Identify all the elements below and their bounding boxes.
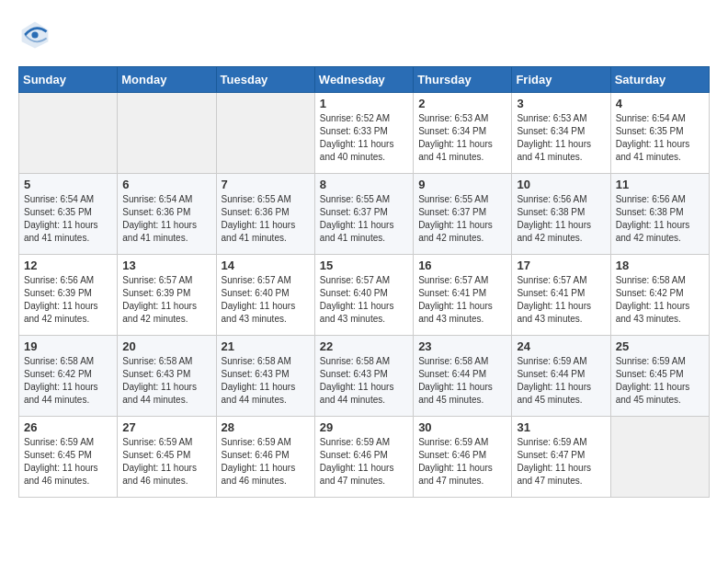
page-header [18,18,710,52]
day-number: 17 [517,259,605,272]
cell-info: Sunrise: 6:59 AM Sunset: 6:45 PM Dayligh… [24,436,112,488]
day-header-tuesday: Tuesday [216,67,314,93]
day-number: 6 [122,178,210,191]
cell-info: Sunrise: 6:54 AM Sunset: 6:35 PM Dayligh… [616,112,704,164]
calendar-cell: 19Sunrise: 6:58 AM Sunset: 6:42 PM Dayli… [19,336,118,417]
cell-info: Sunrise: 6:58 AM Sunset: 6:42 PM Dayligh… [24,355,112,407]
day-number: 9 [418,178,506,191]
cell-info: Sunrise: 6:56 AM Sunset: 6:39 PM Dayligh… [24,274,112,326]
day-number: 11 [616,178,704,191]
cell-info: Sunrise: 6:57 AM Sunset: 6:41 PM Dayligh… [517,274,605,326]
cell-info: Sunrise: 6:55 AM Sunset: 6:37 PM Dayligh… [320,193,408,245]
cell-info: Sunrise: 6:55 AM Sunset: 6:36 PM Dayligh… [222,193,310,245]
calendar-cell: 31Sunrise: 6:59 AM Sunset: 6:47 PM Dayli… [512,417,610,498]
calendar-week-row: 5Sunrise: 6:54 AM Sunset: 6:35 PM Daylig… [19,174,710,255]
day-number: 10 [517,178,605,191]
cell-info: Sunrise: 6:59 AM Sunset: 6:45 PM Dayligh… [616,355,704,407]
day-header-saturday: Saturday [610,67,709,93]
calendar-cell: 17Sunrise: 6:57 AM Sunset: 6:41 PM Dayli… [512,255,610,336]
day-header-friday: Friday [512,67,610,93]
day-number: 29 [320,420,408,434]
calendar-cell: 9Sunrise: 6:55 AM Sunset: 6:37 PM Daylig… [414,174,512,255]
calendar-week-row: 1Sunrise: 6:52 AM Sunset: 6:33 PM Daylig… [19,93,710,174]
logo-icon [18,18,51,52]
cell-info: Sunrise: 6:57 AM Sunset: 6:40 PM Dayligh… [320,274,408,326]
cell-info: Sunrise: 6:55 AM Sunset: 6:37 PM Dayligh… [418,193,506,245]
day-number: 16 [418,259,506,272]
calendar-cell: 26Sunrise: 6:59 AM Sunset: 6:45 PM Dayli… [19,417,118,498]
day-number: 24 [517,339,605,353]
calendar-cell: 21Sunrise: 6:58 AM Sunset: 6:43 PM Dayli… [216,336,314,417]
calendar-cell: 1Sunrise: 6:52 AM Sunset: 6:33 PM Daylig… [314,93,413,174]
calendar-cell [19,93,118,174]
cell-info: Sunrise: 6:54 AM Sunset: 6:36 PM Dayligh… [122,193,210,245]
day-number: 8 [320,178,408,191]
day-number: 22 [320,339,408,353]
cell-info: Sunrise: 6:58 AM Sunset: 6:43 PM Dayligh… [122,355,210,407]
day-number: 28 [222,420,310,434]
calendar-cell: 10Sunrise: 6:56 AM Sunset: 6:38 PM Dayli… [512,174,610,255]
calendar-cell: 18Sunrise: 6:58 AM Sunset: 6:42 PM Dayli… [610,255,709,336]
day-number: 1 [320,97,408,110]
cell-info: Sunrise: 6:58 AM Sunset: 6:44 PM Dayligh… [418,355,506,407]
day-number: 2 [418,97,506,110]
cell-info: Sunrise: 6:59 AM Sunset: 6:45 PM Dayligh… [122,436,210,488]
day-number: 30 [418,420,506,434]
cell-info: Sunrise: 6:56 AM Sunset: 6:38 PM Dayligh… [616,193,704,245]
day-number: 3 [517,97,605,110]
svg-point-1 [31,31,38,38]
cell-info: Sunrise: 6:59 AM Sunset: 6:44 PM Dayligh… [517,355,605,407]
calendar-cell: 7Sunrise: 6:55 AM Sunset: 6:36 PM Daylig… [216,174,314,255]
calendar-week-row: 19Sunrise: 6:58 AM Sunset: 6:42 PM Dayli… [19,336,710,417]
day-number: 13 [122,259,210,272]
day-number: 5 [24,178,112,191]
day-header-thursday: Thursday [414,67,512,93]
cell-info: Sunrise: 6:56 AM Sunset: 6:38 PM Dayligh… [517,193,605,245]
cell-info: Sunrise: 6:58 AM Sunset: 6:43 PM Dayligh… [222,355,310,407]
calendar-cell: 29Sunrise: 6:59 AM Sunset: 6:46 PM Dayli… [314,417,413,498]
calendar-table: SundayMondayTuesdayWednesdayThursdayFrid… [18,66,710,498]
calendar-cell: 2Sunrise: 6:53 AM Sunset: 6:34 PM Daylig… [414,93,512,174]
day-number: 18 [616,259,704,272]
day-number: 26 [24,420,112,434]
day-number: 4 [616,97,704,110]
day-number: 7 [222,178,310,191]
cell-info: Sunrise: 6:57 AM Sunset: 6:41 PM Dayligh… [418,274,506,326]
day-number: 19 [24,339,112,353]
day-number: 21 [222,339,310,353]
calendar-cell: 20Sunrise: 6:58 AM Sunset: 6:43 PM Dayli… [118,336,216,417]
day-number: 20 [122,339,210,353]
calendar-cell: 22Sunrise: 6:58 AM Sunset: 6:43 PM Dayli… [314,336,413,417]
calendar-cell: 12Sunrise: 6:56 AM Sunset: 6:39 PM Dayli… [19,255,118,336]
calendar-cell: 11Sunrise: 6:56 AM Sunset: 6:38 PM Dayli… [610,174,709,255]
calendar-cell: 8Sunrise: 6:55 AM Sunset: 6:37 PM Daylig… [314,174,413,255]
calendar-cell: 24Sunrise: 6:59 AM Sunset: 6:44 PM Dayli… [512,336,610,417]
calendar-header-row: SundayMondayTuesdayWednesdayThursdayFrid… [19,67,710,93]
cell-info: Sunrise: 6:57 AM Sunset: 6:39 PM Dayligh… [122,274,210,326]
cell-info: Sunrise: 6:59 AM Sunset: 6:46 PM Dayligh… [320,436,408,488]
cell-info: Sunrise: 6:59 AM Sunset: 6:46 PM Dayligh… [222,436,310,488]
cell-info: Sunrise: 6:58 AM Sunset: 6:42 PM Dayligh… [616,274,704,326]
cell-info: Sunrise: 6:53 AM Sunset: 6:34 PM Dayligh… [517,112,605,164]
cell-info: Sunrise: 6:52 AM Sunset: 6:33 PM Dayligh… [320,112,408,164]
calendar-cell [216,93,314,174]
calendar-cell: 6Sunrise: 6:54 AM Sunset: 6:36 PM Daylig… [118,174,216,255]
calendar-cell: 13Sunrise: 6:57 AM Sunset: 6:39 PM Dayli… [118,255,216,336]
day-header-monday: Monday [118,67,216,93]
cell-info: Sunrise: 6:54 AM Sunset: 6:35 PM Dayligh… [24,193,112,245]
cell-info: Sunrise: 6:53 AM Sunset: 6:34 PM Dayligh… [418,112,506,164]
calendar-cell: 15Sunrise: 6:57 AM Sunset: 6:40 PM Dayli… [314,255,413,336]
day-header-wednesday: Wednesday [314,67,413,93]
calendar-cell: 27Sunrise: 6:59 AM Sunset: 6:45 PM Dayli… [118,417,216,498]
calendar-cell: 30Sunrise: 6:59 AM Sunset: 6:46 PM Dayli… [414,417,512,498]
calendar-week-row: 12Sunrise: 6:56 AM Sunset: 6:39 PM Dayli… [19,255,710,336]
calendar-cell: 23Sunrise: 6:58 AM Sunset: 6:44 PM Dayli… [414,336,512,417]
day-number: 27 [122,420,210,434]
calendar-cell [610,417,709,498]
cell-info: Sunrise: 6:57 AM Sunset: 6:40 PM Dayligh… [222,274,310,326]
day-number: 25 [616,339,704,353]
day-number: 14 [222,259,310,272]
cell-info: Sunrise: 6:58 AM Sunset: 6:43 PM Dayligh… [320,355,408,407]
calendar-cell: 16Sunrise: 6:57 AM Sunset: 6:41 PM Dayli… [414,255,512,336]
calendar-cell: 5Sunrise: 6:54 AM Sunset: 6:35 PM Daylig… [19,174,118,255]
